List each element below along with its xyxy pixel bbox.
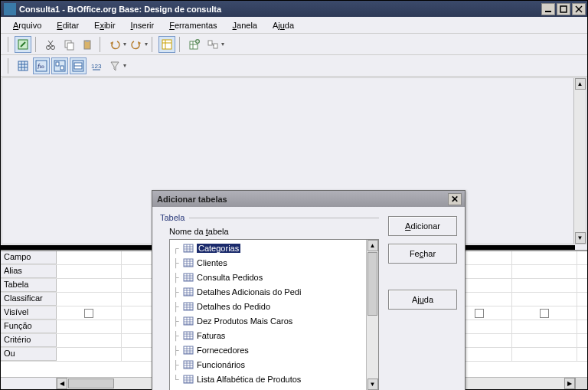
scroll-down-icon[interactable]: ▼ bbox=[368, 379, 378, 390]
list-item-label: Detalhes Adicionais do Pedi bbox=[197, 287, 301, 297]
function-icon[interactable]: f∞ bbox=[33, 57, 50, 74]
table-icon bbox=[183, 345, 194, 356]
svg-rect-1 bbox=[560, 6, 567, 12]
table-name-icon[interactable] bbox=[51, 57, 68, 74]
scroll-up-icon[interactable]: ▲ bbox=[368, 240, 378, 251]
svg-rect-14 bbox=[208, 41, 212, 45]
grid-cell[interactable] bbox=[57, 251, 122, 264]
list-item[interactable]: ├Detalhes do Pedido bbox=[171, 299, 365, 313]
redo-dropdown-icon[interactable]: ▾ bbox=[145, 41, 148, 48]
svg-rect-8 bbox=[67, 43, 74, 50]
list-item[interactable]: ├Faturas bbox=[171, 328, 365, 342]
svg-rect-28 bbox=[184, 288, 193, 296]
grid-cell[interactable] bbox=[57, 334, 122, 347]
grid-cell[interactable] bbox=[512, 334, 577, 347]
dialog-title-bar[interactable]: Adicionar tabelas ✕ bbox=[152, 191, 465, 207]
edit-mode-icon[interactable] bbox=[15, 36, 31, 53]
row-label-visivel: Visível bbox=[1, 306, 57, 320]
alias-icon[interactable] bbox=[70, 57, 87, 74]
grid-cell[interactable] bbox=[512, 251, 577, 264]
visible-checkbox[interactable] bbox=[57, 306, 122, 320]
menu-editar[interactable]: Editar bbox=[51, 19, 85, 31]
distinct-values-icon[interactable]: 123 bbox=[88, 57, 105, 74]
scroll-right-icon[interactable]: ▶ bbox=[564, 378, 575, 389]
cut-icon[interactable] bbox=[42, 36, 59, 53]
app-icon bbox=[4, 3, 16, 15]
menu-ajuda[interactable]: Ajuda bbox=[266, 19, 300, 31]
minimize-button[interactable] bbox=[541, 3, 555, 15]
help-button[interactable]: Ajuda bbox=[388, 290, 457, 310]
svg-rect-32 bbox=[184, 346, 193, 354]
grid-cell[interactable] bbox=[512, 265, 577, 278]
canvas-vscrollbar[interactable]: ▲ ▼ bbox=[573, 78, 586, 244]
add-button[interactable]: Adicionar bbox=[388, 216, 457, 236]
list-item[interactable]: ├Funcionários bbox=[171, 357, 365, 372]
toolbar-grip[interactable] bbox=[8, 37, 11, 52]
svg-text:f∞: f∞ bbox=[38, 63, 44, 70]
scroll-down-icon[interactable]: ▼ bbox=[575, 232, 586, 244]
table-icon bbox=[183, 301, 194, 312]
toolbar-overflow-icon[interactable]: ▾ bbox=[221, 41, 224, 48]
grid-cell[interactable] bbox=[57, 293, 122, 306]
run-query-icon[interactable] bbox=[15, 57, 31, 74]
scroll-up-icon[interactable]: ▲ bbox=[575, 78, 586, 90]
list-item[interactable]: ├Fornecedores bbox=[171, 342, 365, 357]
row-label-alias: Alias bbox=[1, 265, 57, 278]
list-item-label: Categorias bbox=[197, 244, 240, 253]
menu-ferramentas[interactable]: Ferramentas bbox=[163, 19, 223, 31]
dialog-close-button[interactable]: ✕ bbox=[448, 193, 462, 205]
add-tables-dialog: Adicionar tabelas ✕ Tabela Nome da tabel… bbox=[152, 190, 466, 390]
list-item-label: Dez Produtos Mais Caros bbox=[197, 316, 292, 326]
toolbar-grip-2[interactable] bbox=[8, 58, 11, 74]
scroll-left-icon[interactable]: ◀ bbox=[57, 378, 67, 389]
grid-cell[interactable] bbox=[57, 348, 122, 361]
close-dialog-button[interactable]: Fechar bbox=[388, 244, 457, 264]
grid-cell[interactable] bbox=[512, 293, 577, 306]
menu-janela[interactable]: Janela bbox=[227, 19, 263, 31]
scroll-thumb[interactable] bbox=[68, 379, 114, 388]
scroll-thumb[interactable] bbox=[368, 252, 377, 316]
listbox-vscrollbar[interactable]: ▲ ▼ bbox=[366, 240, 378, 390]
tables-listbox[interactable]: ┌Categorias├Clientes├Consulta Pedidos├De… bbox=[170, 240, 366, 390]
list-item-label: Detalhes do Pedido bbox=[197, 302, 270, 311]
menu-exibir[interactable]: Exibir bbox=[88, 19, 122, 31]
add-table-icon[interactable] bbox=[186, 36, 203, 53]
list-label: Nome da tabela bbox=[160, 227, 379, 236]
table-icon bbox=[183, 359, 194, 370]
menu-arquivo[interactable]: Arquivo bbox=[7, 19, 47, 31]
design-view-icon[interactable] bbox=[158, 36, 175, 53]
add-relation-icon[interactable] bbox=[204, 36, 221, 53]
tree-line-icon: ├ bbox=[172, 316, 180, 326]
menu-inserir[interactable]: Inserir bbox=[125, 19, 161, 31]
close-button[interactable] bbox=[572, 3, 586, 15]
grid-cell[interactable] bbox=[512, 279, 577, 292]
grid-cell[interactable] bbox=[57, 279, 122, 292]
filter-icon[interactable] bbox=[106, 57, 123, 74]
grid-cell[interactable] bbox=[512, 320, 577, 333]
grid-cell[interactable] bbox=[57, 265, 122, 278]
undo-icon[interactable] bbox=[106, 36, 123, 53]
list-item[interactable]: ┌Categorias bbox=[171, 241, 365, 255]
undo-dropdown-icon[interactable]: ▾ bbox=[123, 41, 126, 48]
toolbar2-overflow-icon[interactable]: ▾ bbox=[123, 62, 126, 69]
table-icon bbox=[183, 330, 194, 341]
list-item[interactable]: └Lista Alfabética de Produtos bbox=[171, 372, 365, 386]
app-window: Consulta1 - BrOffice.org Base: Design de… bbox=[0, 0, 588, 390]
menu-bar: Arquivo Editar Exibir Inserir Ferramenta… bbox=[1, 17, 587, 34]
visible-checkbox[interactable] bbox=[512, 306, 577, 320]
list-item[interactable]: ├Detalhes Adicionais do Pedi bbox=[171, 284, 365, 299]
dialog-title: Adicionar tabelas bbox=[155, 195, 448, 204]
title-bar: Consulta1 - BrOffice.org Base: Design de… bbox=[1, 1, 587, 17]
copy-icon[interactable] bbox=[60, 36, 77, 53]
svg-text:123: 123 bbox=[91, 63, 102, 70]
grid-cell[interactable] bbox=[512, 348, 577, 361]
maximize-button[interactable] bbox=[557, 3, 570, 15]
redo-icon[interactable] bbox=[128, 36, 145, 53]
list-item[interactable]: ├Consulta Pedidos bbox=[171, 270, 365, 284]
list-item[interactable]: ├Clientes bbox=[171, 255, 365, 270]
grid-cell[interactable] bbox=[57, 320, 122, 333]
svg-rect-29 bbox=[184, 303, 193, 310]
fieldset-label: Tabela bbox=[160, 213, 379, 222]
list-item[interactable]: ├Dez Produtos Mais Caros bbox=[171, 313, 365, 328]
paste-icon[interactable] bbox=[79, 36, 96, 53]
